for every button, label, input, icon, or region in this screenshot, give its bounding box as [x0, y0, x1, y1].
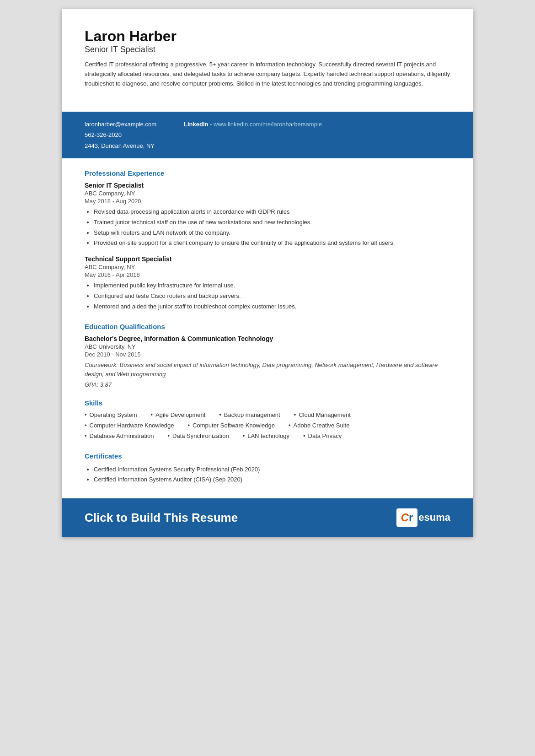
skill-2-1: Data Synchronization — [167, 432, 229, 439]
edu-degree-0: Bachelor's Degree, Information & Communi… — [85, 335, 450, 342]
job-title-0: Senior IT Specialist — [85, 182, 450, 189]
candidate-name: Laron Harber — [85, 27, 450, 45]
skill-0-2: Backup management — [219, 411, 280, 418]
edu-school-0: ABC University, NY — [85, 343, 450, 350]
linkedin-label: LinkedIn — [184, 121, 208, 128]
logo-box: Cr — [396, 508, 418, 527]
bullet-0-2: Setup wifi routers and LAN network of th… — [94, 228, 450, 238]
contact-address: 2443, Duncan Avenue, NY — [85, 140, 156, 151]
cert-1: Certified Information Systems Auditor (C… — [94, 475, 450, 485]
job-title-1: Technical Support Specialist — [85, 255, 450, 263]
contact-bar: laronharber@example.com 562-326-2020 244… — [62, 112, 473, 158]
skill-2-0: Database Administration — [85, 432, 154, 439]
skill-0-1: Agile Development — [151, 411, 206, 418]
linkedin-line: LinkedIn - www.linkedin.com/me/laronharb… — [184, 119, 322, 130]
bullet-0-3: Provided on-site support for a client co… — [94, 238, 450, 248]
skills-row-1: Computer Hardware Knowledge Computer Sof… — [85, 422, 450, 431]
skills-row-0: Operating System Agile Development Backu… — [85, 411, 450, 420]
dates-1: May 2016 - Apr 2018 — [85, 271, 450, 278]
skill-1-0: Computer Hardware Knowledge — [85, 422, 174, 429]
footer-bar[interactable]: Click to Build This Resume Cr esuma — [62, 498, 473, 537]
edu-gpa-0: GPA: 3.87 — [85, 381, 450, 388]
cert-0: Certified Information Systems Security P… — [94, 464, 450, 475]
contact-left: laronharber@example.com 562-326-2020 244… — [85, 119, 156, 151]
contact-phone: 562-326-2020 — [85, 130, 156, 140]
contact-right: LinkedIn - www.linkedin.com/me/laronharb… — [184, 119, 322, 130]
logo-r-icon: r — [409, 511, 413, 524]
candidate-title: Senior IT Specialist — [85, 45, 450, 54]
contact-email: laronharber@example.com — [85, 119, 156, 130]
edu-0: Bachelor's Degree, Information & Communi… — [85, 335, 450, 389]
bullets-0: Revised data-processing application aler… — [85, 207, 450, 248]
skill-1-1: Computer Software Knowledge — [188, 422, 275, 429]
company-0: ABC Company, NY — [85, 190, 450, 197]
linkedin-url[interactable]: www.linkedin.com/me/laronharbersample — [214, 121, 322, 128]
skill-2-2: LAN technology — [243, 432, 289, 439]
cert-list: Certified Information Systems Security P… — [85, 464, 450, 485]
bullet-0-1: Trained junior technical staff on the us… — [94, 218, 450, 227]
logo-cr-text: Cr — [401, 511, 413, 524]
skills-grid: Operating System Agile Development Backu… — [85, 411, 450, 443]
education-section: Education Qualifications Bachelor's Degr… — [62, 323, 473, 389]
bullet-0-0: Revised data-processing application aler… — [94, 207, 450, 217]
bullet-1-2: Mentored and aided the junior staff to t… — [94, 302, 450, 312]
education-title: Education Qualifications — [85, 323, 450, 330]
skill-2-3: Data Privacy — [303, 432, 342, 439]
resume-page: Laron Harber Senior IT Specialist Certif… — [62, 9, 473, 537]
bullet-1-0: Implemented public key infrastructure fo… — [94, 281, 450, 291]
resume-header: Laron Harber Senior IT Specialist Certif… — [62, 9, 473, 112]
company-1: ABC Company, NY — [85, 264, 450, 270]
summary-text: Certified IT professional offering a pro… — [85, 60, 450, 88]
skills-row-2: Database Administration Data Synchroniza… — [85, 432, 450, 441]
skill-0-3: Cloud Management — [294, 411, 351, 418]
edu-date-0: Dec 2010 - Nov 2015 — [85, 351, 450, 358]
job-0: Senior IT Specialist ABC Company, NY May… — [85, 182, 450, 248]
bullets-1: Implemented public key infrastructure fo… — [85, 281, 450, 311]
logo-c-icon: C — [401, 511, 409, 524]
certificates-section: Certificates Certified Information Syste… — [62, 452, 473, 485]
certificates-title: Certificates — [85, 452, 450, 460]
skill-1-2: Adobe Creative Suite — [289, 422, 349, 429]
linkedin-separator: - — [208, 121, 214, 128]
skill-0-0: Operating System — [85, 411, 137, 418]
dates-0: May 2018 - Aug 2020 — [85, 198, 450, 205]
skills-title: Skills — [85, 399, 450, 407]
footer-logo: Cr esuma — [396, 508, 450, 527]
skills-section: Skills Operating System Agile Developmen… — [62, 399, 473, 443]
experience-title: Professional Experience — [85, 169, 450, 177]
experience-section: Professional Experience Senior IT Specia… — [62, 169, 473, 312]
bullet-1-1: Configured and teste Cisco routers and b… — [94, 292, 450, 301]
logo-text: esuma — [418, 512, 450, 524]
edu-coursework-0: Coursework: Business and social impact o… — [85, 361, 450, 380]
job-1: Technical Support Specialist ABC Company… — [85, 255, 450, 311]
footer-cta[interactable]: Click to Build This Resume — [85, 511, 238, 525]
